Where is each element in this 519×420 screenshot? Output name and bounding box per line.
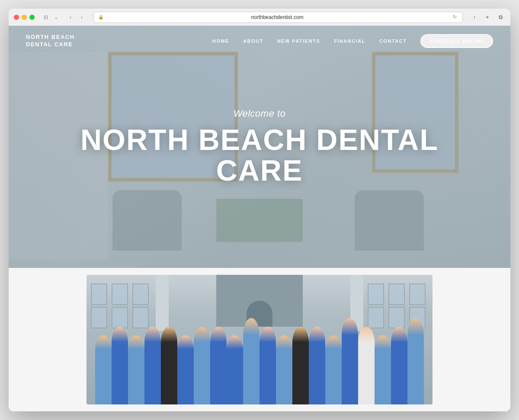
website-content: NORTH BEACH DENTAL CARE HOME ABOUT NEW P… [9,26,510,411]
team-member [161,327,177,404]
browser-nav: ‹ › [66,13,86,22]
team-member [342,318,358,404]
navigation: NORTH BEACH DENTAL CARE HOME ABOUT NEW P… [9,26,510,56]
nav-menu: HOME ABOUT NEW PATIENTS FINANCIAL CONTAC… [212,34,493,48]
team-member [227,335,243,404]
browser-window: ⊟ ⌄ ‹ › 🔒 northbeachdentist.com ↻ ↑ + ⧉ [9,9,510,411]
tabs-button[interactable]: ⧉ [496,13,505,22]
browser-actions: ↑ + ⧉ [470,13,505,22]
site-logo[interactable]: NORTH BEACH DENTAL CARE [26,34,75,48]
team-members [86,309,432,404]
traffic-lights [14,15,35,20]
maximize-button[interactable] [29,15,35,20]
forward-button[interactable]: › [77,13,86,22]
team-photo [86,275,432,404]
url-text: northbeachdentist.com [106,14,449,20]
team-member [292,327,309,404]
share-button[interactable]: ↑ [470,13,479,22]
nav-item-contact[interactable]: CONTACT [379,38,407,44]
team-member [325,335,342,404]
window-layout-icon[interactable]: ⊟ [42,13,50,22]
hero-section: NORTH BEACH DENTAL CARE HOME ABOUT NEW P… [9,26,510,268]
reload-button[interactable]: ↻ [451,14,458,21]
new-tab-button[interactable]: + [483,13,492,22]
address-bar[interactable]: 🔒 northbeachdentist.com ↻ [93,12,463,23]
lock-icon: 🔒 [98,15,103,19]
team-member [210,327,227,404]
team-member [407,318,424,404]
schedule-online-button[interactable]: SCHEDULE ONLINE [420,34,493,48]
team-member [112,327,128,404]
close-button[interactable] [14,15,19,20]
team-member [276,335,292,404]
hero-subtitle: Welcome to [80,108,439,119]
chevron-down-icon[interactable]: ⌄ [52,13,61,22]
team-member [177,335,194,404]
nav-item-about[interactable]: ABOUT [243,38,263,44]
team-member [309,327,325,404]
team-member [358,327,375,404]
hero-title: NORTH BEACH DENTAL CARE [80,124,439,186]
hero-text: Welcome to NORTH BEACH DENTAL CARE [80,108,439,186]
minimize-button[interactable] [22,15,27,20]
team-member [260,327,276,404]
team-member [144,327,161,404]
team-member [194,327,210,404]
team-member [375,335,391,404]
team-member [128,335,144,404]
nav-item-financial[interactable]: FINANCIAL [334,38,365,44]
team-member [95,335,112,404]
team-member [391,327,407,404]
back-button[interactable]: ‹ [66,13,75,22]
nav-item-new-patients[interactable]: NEW PATIENTS [277,38,320,44]
window-controls: ⊟ ⌄ [42,13,61,22]
team-section [9,268,510,411]
nav-item-home[interactable]: HOME [212,38,229,44]
browser-chrome: ⊟ ⌄ ‹ › 🔒 northbeachdentist.com ↻ ↑ + ⧉ [9,9,510,26]
team-member [243,318,260,404]
